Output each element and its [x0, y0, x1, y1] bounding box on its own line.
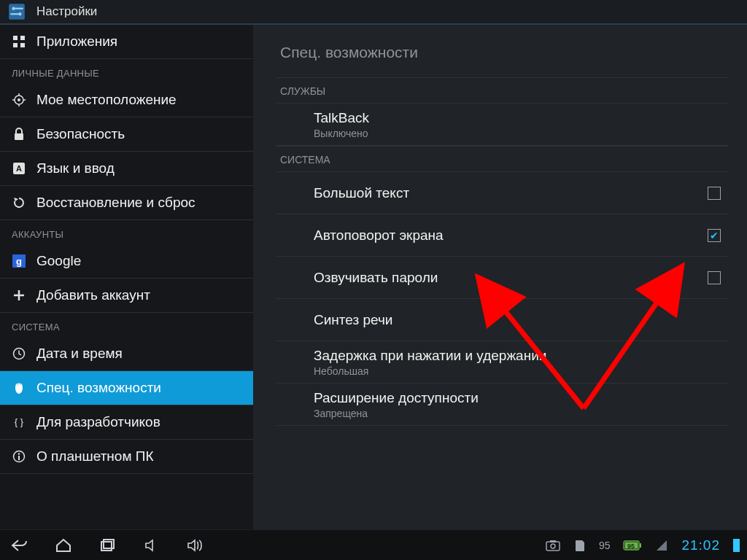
clock-icon	[12, 346, 26, 361]
sidebar-item-datetime[interactable]: Дата и время	[0, 337, 253, 371]
checkbox-speak-passwords[interactable]	[708, 271, 721, 284]
sidebar-item-label: Безопасность	[36, 126, 125, 142]
settings-sidebar: Приложения ЛИЧНЫЕ ДАННЫЕ Мое местоположе…	[0, 25, 254, 529]
row-label: Синтез речи	[314, 312, 392, 328]
recents-button[interactable]	[98, 536, 117, 555]
sidebar-section-personal: ЛИЧНЫЕ ДАННЫЕ	[0, 59, 253, 83]
sidebar-item-add-account[interactable]: Добавить аккаунт	[0, 279, 253, 313]
sidebar-item-label: О планшетном ПК	[36, 448, 154, 464]
system-navbar: 95 95 21:02	[0, 529, 747, 560]
settings-icon	[7, 2, 26, 21]
language-icon: A	[12, 161, 26, 176]
row-speak-passwords[interactable]: Озвучивать пароли	[276, 257, 728, 299]
location-icon	[12, 93, 26, 107]
clock[interactable]: 21:02	[681, 537, 720, 553]
row-large-text[interactable]: Большой текст	[276, 172, 728, 214]
sidebar-item-label: Мое местоположение	[36, 92, 177, 108]
sidebar-item-reset[interactable]: Восстановление и сброс	[0, 186, 253, 220]
row-touch-hold-delay[interactable]: Задержка при нажатии и удержании Небольш…	[276, 341, 728, 384]
checkbox-auto-rotate[interactable]	[708, 229, 721, 242]
accessibility-hand-icon	[12, 381, 26, 395]
sidebar-item-google[interactable]: g Google	[0, 244, 253, 279]
svg-rect-25	[550, 540, 556, 542]
dev-icon: { }	[12, 415, 26, 429]
svg-rect-7	[13, 43, 18, 47]
signal-icon	[655, 539, 668, 552]
svg-point-3	[18, 12, 21, 15]
google-icon: g	[12, 254, 26, 268]
lock-icon	[12, 127, 26, 141]
svg-rect-4	[10, 13, 18, 15]
sidebar-item-label: Приложения	[36, 34, 117, 50]
screenshot-icon[interactable]	[545, 539, 561, 552]
sidebar-item-security[interactable]: Безопасность	[0, 117, 253, 152]
svg-text:A: A	[16, 164, 22, 173]
svg-text:g: g	[16, 256, 22, 267]
apps-icon	[12, 34, 26, 49]
sidebar-item-location[interactable]: Мое местоположение	[0, 83, 253, 117]
sidebar-item-label: Спец. возможности	[36, 380, 161, 396]
sidebar-item-language[interactable]: A Язык и ввод	[0, 152, 253, 186]
section-services: СЛУЖБЫ	[276, 77, 728, 104]
row-label: TalkBack	[314, 110, 369, 126]
reset-icon	[12, 195, 26, 210]
sidebar-item-label: Дата и время	[36, 346, 123, 362]
checkbox-large-text[interactable]	[708, 187, 721, 200]
sidebar-item-label: Google	[36, 253, 81, 269]
home-button[interactable]	[54, 536, 73, 555]
row-sub: Выключено	[314, 128, 369, 139]
row-label: Озвучивать пароли	[314, 270, 438, 286]
page-title: Настройки	[36, 4, 97, 19]
row-label: Задержка при нажатии и удержании	[314, 348, 546, 364]
svg-rect-11	[15, 133, 23, 140]
svg-text:{ }: { }	[15, 416, 24, 427]
row-label: Расширение доступности	[314, 390, 479, 406]
detail-pane: Спец. возможности СЛУЖБЫ TalkBack Выключ…	[254, 25, 747, 529]
svg-rect-5	[13, 36, 18, 40]
info-icon	[12, 449, 26, 464]
svg-point-24	[551, 544, 555, 548]
plus-icon	[12, 288, 26, 303]
row-sub: Запрещена	[314, 408, 479, 419]
svg-rect-23	[546, 542, 560, 551]
row-label: Автоповорот экрана	[314, 228, 444, 244]
sidebar-item-label: Язык и ввод	[36, 160, 115, 176]
svg-point-19	[18, 453, 20, 454]
svg-text:95: 95	[627, 542, 635, 550]
sidebar-item-apps[interactable]: Приложения	[0, 25, 253, 59]
svg-rect-0	[9, 4, 25, 20]
battery-icon: 95	[623, 540, 642, 551]
battery-percent: 95	[599, 540, 611, 551]
section-system: СИСТЕМА	[276, 146, 728, 172]
volume-up-button[interactable]	[185, 536, 204, 555]
titlebar: Настройки	[0, 0, 747, 25]
sidebar-item-label: Добавить аккаунт	[36, 287, 150, 303]
svg-rect-6	[20, 36, 25, 40]
sidebar-item-label: Восстановление и сброс	[36, 195, 196, 211]
row-talkback[interactable]: TalkBack Выключено	[276, 104, 728, 146]
sd-card-icon	[574, 539, 586, 552]
battery-level-icon	[733, 539, 740, 552]
sidebar-section-accounts: АККАУНТЫ	[0, 220, 253, 244]
sidebar-item-developer[interactable]: { } Для разработчиков	[0, 405, 253, 440]
svg-rect-2	[15, 8, 23, 9]
volume-down-button[interactable]	[142, 536, 160, 555]
back-button[interactable]	[10, 536, 29, 555]
row-tts[interactable]: Синтез речи	[276, 299, 728, 341]
svg-rect-20	[18, 456, 20, 460]
sidebar-item-about[interactable]: О планшетном ПК	[0, 440, 253, 474]
row-accessibility-ext[interactable]: Расширение доступности Запрещена	[276, 384, 728, 426]
row-label: Большой текст	[314, 185, 409, 201]
svg-point-1	[12, 7, 15, 10]
sidebar-section-system: СИСТЕМА	[0, 313, 253, 337]
svg-rect-28	[640, 543, 641, 548]
row-sub: Небольшая	[314, 365, 546, 377]
sidebar-item-label: Для разработчиков	[36, 414, 160, 430]
sidebar-item-accessibility[interactable]: Спец. возможности	[0, 371, 253, 405]
row-auto-rotate[interactable]: Автоповорот экрана	[276, 214, 728, 257]
detail-title: Спец. возможности	[276, 25, 728, 77]
svg-point-10	[18, 98, 20, 101]
svg-rect-8	[20, 43, 25, 47]
